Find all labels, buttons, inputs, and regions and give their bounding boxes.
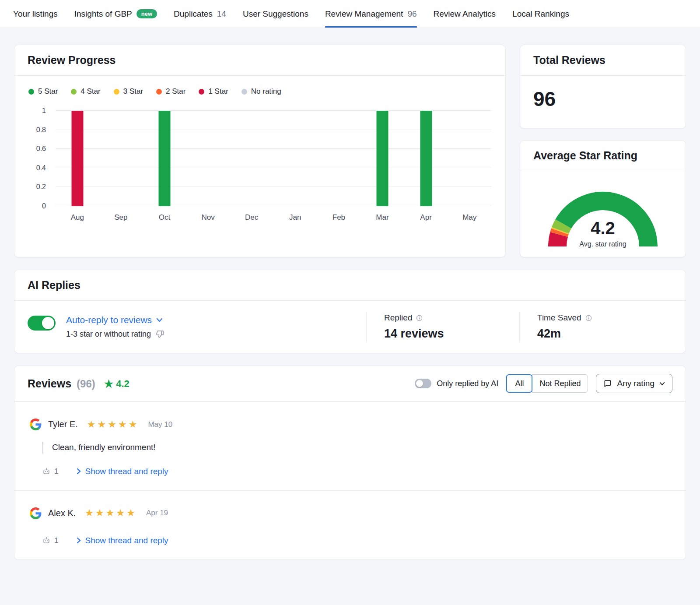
reviewer-name: Alex K. [48, 508, 76, 518]
ai-reply-count: 1 [42, 536, 58, 545]
legend-label: 4 Star [80, 87, 100, 96]
tab-insights-of-gbp[interactable]: Insights of GBP new [74, 0, 157, 28]
chart-bar-5-star [420, 111, 432, 206]
legend-label: 1 Star [208, 87, 228, 96]
chart-bar-5-star [159, 111, 171, 206]
chart-bar-5-star [377, 111, 388, 206]
legend-dot-icon [242, 89, 247, 95]
rating-filter-value: Any rating [617, 379, 654, 388]
legend-item-1-star: 1 Star [199, 87, 228, 96]
auto-reply-link[interactable]: Auto-reply to reviews [66, 315, 164, 325]
x-tick-label: Aug [71, 213, 84, 222]
show-thread-link[interactable]: Show thread and reply [77, 536, 168, 545]
thumbs-down-icon[interactable] [155, 330, 164, 339]
reviews-card: Reviews (96) ★ 4.2 Only replied by AI Al… [14, 366, 686, 560]
rating-filter-dropdown[interactable]: Any rating [596, 374, 672, 393]
replied-stat: Replied 14 reviews [366, 311, 519, 342]
star-icon: ★ [104, 378, 114, 390]
filter-not-replied-button[interactable]: Not Replied [532, 374, 588, 393]
info-icon[interactable] [585, 315, 592, 321]
review-text: Clean, friendly environment! [42, 442, 670, 454]
reviews-rating-value: 4.2 [116, 378, 130, 390]
auto-reply-subtext: 1-3 star or without rating [66, 330, 151, 339]
review-stars: ★★★★★ [87, 419, 139, 430]
legend-dot-icon [71, 89, 77, 95]
chart-plot-area: 00.20.40.60.81 [28, 111, 491, 206]
ai-reply-count: 1 [42, 467, 58, 476]
tab-local-rankings[interactable]: Local Rankings [512, 0, 569, 28]
auto-reply-toggle[interactable] [28, 316, 56, 331]
y-tick-label: 0.2 [36, 183, 46, 191]
new-badge: new [136, 9, 157, 19]
reviews-count: (96) [77, 378, 95, 390]
x-tick-label: Nov [201, 213, 214, 222]
reviews-title: Reviews [28, 377, 71, 390]
ai-replies-title: AI Replies [14, 270, 686, 301]
only-ai-toggle[interactable] [415, 379, 431, 388]
auto-reply-label: Auto-reply to reviews [66, 315, 152, 325]
x-tick-label: Apr [420, 213, 431, 222]
filter-all-button[interactable]: All [506, 374, 532, 393]
chevron-right-icon [77, 468, 81, 475]
review-progress-title: Review Progress [14, 45, 505, 76]
tab-review-management[interactable]: Review Management 96 [325, 0, 417, 28]
robot-icon [42, 536, 51, 545]
chart-bar-1-star [71, 111, 83, 206]
auto-reply-subtext-row: 1-3 star or without rating [66, 330, 164, 339]
google-icon [30, 507, 42, 519]
legend-dot-icon [28, 89, 34, 95]
x-tick-label: Oct [159, 213, 170, 222]
ai-replies-card: AI Replies Auto-reply to reviews 1-3 sta… [14, 270, 686, 353]
time-saved-label: Time Saved [537, 313, 581, 323]
gauge-segment-2-star [559, 232, 560, 235]
right-column: Total Reviews 96 Average Star Rating 4.2… [520, 45, 686, 257]
robot-icon [42, 467, 51, 476]
gauge-segment-3-star [560, 230, 560, 231]
tab-your-listings[interactable]: Your listings [13, 0, 58, 28]
reply-filter-segmented: All Not Replied [506, 374, 588, 393]
x-tick-label: Mar [376, 213, 388, 222]
average-rating-gauge: 4.2 Avg. star rating [520, 171, 686, 251]
review-item: Tyler E. ★★★★★ May 10 Clean, friendly en… [14, 401, 686, 490]
legend-item-3-star: 3 Star [114, 87, 143, 96]
legend-item-5-star: 5 Star [28, 87, 58, 96]
info-icon[interactable] [416, 315, 423, 321]
top-nav: Your listings Insights of GBP new Duplic… [0, 0, 700, 28]
legend-dot-icon [156, 89, 162, 95]
legend-dot-icon [114, 89, 119, 95]
tab-label: Local Rankings [512, 9, 569, 19]
chart-x-axis: AugSepOctNovDecJanFebMarAprMay [56, 206, 491, 225]
tab-review-analytics[interactable]: Review Analytics [434, 0, 496, 28]
chart-legend: 5 Star 4 Star 3 Star 2 Star 1 Star No ra… [28, 87, 491, 96]
chat-icon [603, 379, 612, 388]
total-reviews-card: Total Reviews 96 [520, 45, 686, 129]
only-replied-by-ai-control: Only replied by AI [415, 379, 498, 388]
ai-reply-count-value: 1 [54, 536, 58, 545]
y-tick-label: 0.6 [36, 145, 46, 153]
tab-user-suggestions[interactable]: User Suggestions [243, 0, 308, 28]
legend-label: 3 Star [123, 87, 143, 96]
legend-item-4-star: 4 Star [71, 87, 100, 96]
reviews-average-rating: ★ 4.2 [104, 378, 130, 390]
review-stars: ★★★★★ [85, 507, 137, 519]
ai-reply-count-value: 1 [54, 467, 58, 476]
tab-count: 14 [217, 9, 226, 19]
main-content: Review Progress 5 Star 4 Star 3 Star 2 S… [0, 28, 700, 560]
google-icon [30, 419, 42, 430]
legend-label: 2 Star [166, 87, 186, 96]
replied-value: 14 reviews [384, 327, 519, 341]
legend-label: 5 Star [38, 87, 58, 96]
tab-label: Duplicates [174, 9, 213, 19]
show-thread-link[interactable]: Show thread and reply [77, 467, 168, 476]
tab-count: 96 [407, 9, 416, 19]
x-tick-label: Sep [114, 213, 127, 222]
x-tick-label: Jan [289, 213, 301, 222]
review-progress-card: Review Progress 5 Star 4 Star 3 Star 2 S… [14, 45, 506, 257]
tab-duplicates[interactable]: Duplicates 14 [174, 0, 226, 28]
y-tick-label: 1 [42, 107, 46, 115]
legend-label: No rating [251, 87, 281, 96]
y-tick-label: 0.8 [36, 126, 46, 134]
only-ai-label: Only replied by AI [437, 379, 498, 388]
total-reviews-value: 96 [520, 76, 686, 122]
gauge-value: 4.2 [591, 218, 615, 238]
